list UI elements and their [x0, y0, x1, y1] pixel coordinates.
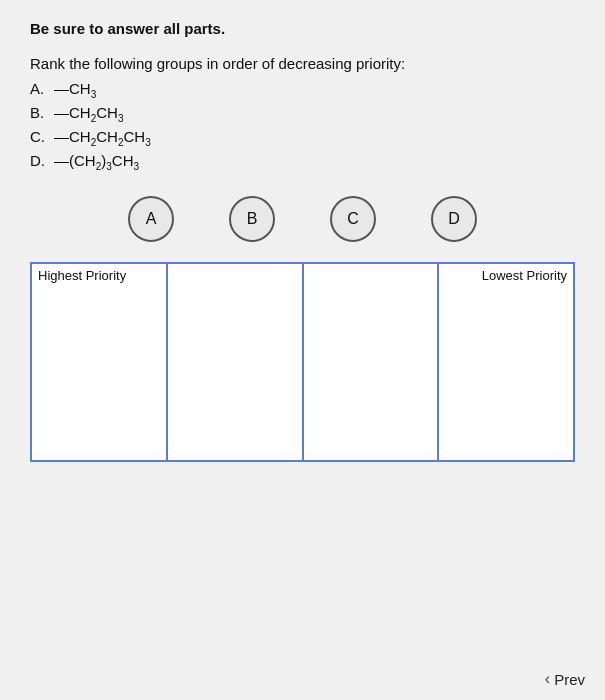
circle-a[interactable]: A — [128, 196, 174, 242]
prev-nav[interactable]: ‹ Prev — [545, 670, 585, 688]
drop-cell-4[interactable] — [439, 264, 573, 460]
group-list: A. —CH3 B. —CH2CH3 C. —CH2CH2CH3 D. —(CH… — [30, 80, 575, 172]
group-formula-a: —CH3 — [54, 80, 96, 100]
page-container: Be sure to answer all parts. Rank the fo… — [0, 0, 605, 700]
drop-cell-1[interactable] — [32, 264, 168, 460]
question-title: Rank the following groups in order of de… — [30, 55, 575, 72]
group-label-c: C. — [30, 128, 50, 145]
drop-zone-container: Highest Priority Lowest Priority — [30, 262, 575, 462]
list-item: B. —CH2CH3 — [30, 104, 575, 124]
group-label-d: D. — [30, 152, 50, 169]
group-label-a: A. — [30, 80, 50, 97]
list-item: C. —CH2CH2CH3 — [30, 128, 575, 148]
drag-circles-container: A B C D — [30, 196, 575, 242]
question-block: Rank the following groups in order of de… — [30, 55, 575, 172]
drop-cell-2[interactable] — [168, 264, 304, 460]
group-label-b: B. — [30, 104, 50, 121]
instruction-text: Be sure to answer all parts. — [30, 20, 575, 37]
list-item: D. —(CH2)3CH3 — [30, 152, 575, 172]
prev-arrow-icon: ‹ — [545, 670, 550, 688]
group-formula-c: —CH2CH2CH3 — [54, 128, 151, 148]
list-item: A. —CH3 — [30, 80, 575, 100]
drop-cell-3[interactable] — [304, 264, 440, 460]
circle-b[interactable]: B — [229, 196, 275, 242]
prev-label: Prev — [554, 671, 585, 688]
circle-d[interactable]: D — [431, 196, 477, 242]
group-formula-d: —(CH2)3CH3 — [54, 152, 139, 172]
group-formula-b: —CH2CH3 — [54, 104, 123, 124]
circle-c[interactable]: C — [330, 196, 376, 242]
